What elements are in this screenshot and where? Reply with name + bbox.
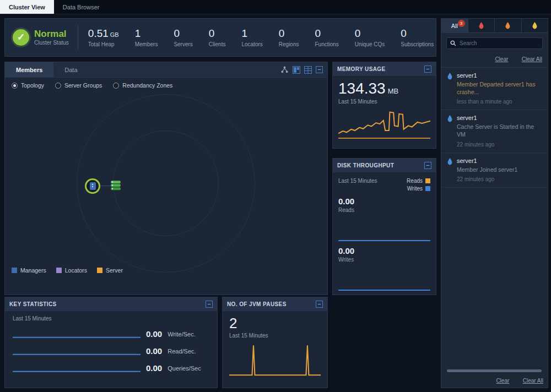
- collapse-memory-icon[interactable]: [424, 66, 431, 73]
- memory-period: Last 15 Minutes: [338, 99, 430, 105]
- disk-reads-sparkline: [338, 215, 430, 242]
- legend-managers: Managers: [12, 267, 46, 274]
- jvm-pauses-value: 2: [229, 315, 321, 331]
- stat-value: 0: [174, 28, 180, 39]
- tab-cluster-view[interactable]: Cluster View: [0, 0, 54, 14]
- radio-icon[interactable]: [113, 83, 119, 89]
- topology-view-options: Topology Server Groups Redundancy Zones: [5, 78, 327, 93]
- alert-server: server1: [457, 72, 542, 79]
- tab-data-browser[interactable]: Data Browser: [54, 0, 109, 14]
- keystat-row-queries: 0.00 Queries/Sec: [13, 363, 209, 373]
- keystat-row-writes: 0.00 Write/Sec.: [13, 329, 209, 339]
- jvm-pauses-panel: NO. OF JVM PAUSES 2 Last 15 Minutes: [222, 297, 328, 388]
- disk-period: Last 15 Minutes: [338, 178, 377, 184]
- key-statistics-header: KEY STATISTICS: [5, 297, 217, 311]
- stat-unit: GB: [110, 31, 119, 38]
- alert-tab-error[interactable]: [495, 19, 522, 32]
- topology-canvas: Managers Locators Server: [5, 92, 327, 278]
- alert-flame-icon: [447, 115, 453, 122]
- stat-value: 0.51: [88, 28, 109, 39]
- disk-throughput-panel: DISK THROUGHPUT Last 15 Minutes Reads Wr…: [332, 158, 436, 295]
- stat-members: 1 Members: [135, 28, 158, 47]
- stat-locators: 1 Locators: [241, 28, 262, 47]
- stat-servers: 0 Servers: [174, 28, 192, 47]
- alert-tab-warning[interactable]: [522, 19, 548, 32]
- keystat-value: 0.00: [146, 363, 162, 373]
- legend-label: Writes: [407, 186, 423, 192]
- view-option-server-groups[interactable]: Server Groups: [55, 82, 102, 89]
- alert-server: server1: [457, 115, 542, 121]
- cluster-status-value: Normal: [34, 29, 69, 39]
- view-option-topology[interactable]: Topology: [12, 82, 44, 89]
- stat-value: 0: [279, 28, 285, 39]
- managers-swatch: [12, 268, 17, 273]
- collapse-keystats-icon[interactable]: [206, 301, 213, 308]
- queries-per-sec-sparkline: [13, 364, 141, 373]
- topology-legend: Managers Locators Server: [12, 267, 123, 274]
- stat-regions: 0 Regions: [279, 28, 299, 47]
- reads-per-sec-sparkline: [13, 347, 141, 356]
- disk-writes-value: 0.00: [338, 246, 430, 255]
- alert-tab-all[interactable]: All 3: [441, 19, 468, 32]
- memory-usage-panel: MEMORY USAGE 134.33MB Last 15 Minutes: [332, 62, 436, 149]
- alert-time: 22 minutes ago: [457, 141, 542, 148]
- server-swatch: [97, 268, 102, 273]
- locator-node[interactable]: [85, 178, 100, 194]
- collapse-members-icon[interactable]: [316, 66, 323, 73]
- stat-label: Locators: [241, 41, 262, 47]
- tab-members[interactable]: Members: [5, 62, 53, 77]
- radio-icon[interactable]: [55, 83, 61, 89]
- severe-flame-icon: [478, 22, 484, 29]
- clear-link-bottom[interactable]: Clear: [496, 378, 509, 384]
- treemap-view-icon[interactable]: [293, 66, 300, 74]
- clear-all-link[interactable]: Clear All: [522, 56, 542, 62]
- cluster-status: ✓ Normal Cluster Status: [5, 29, 69, 46]
- tab-data[interactable]: Data: [53, 62, 88, 77]
- writes-swatch: [425, 186, 430, 191]
- legend-reads: Reads: [407, 178, 430, 184]
- alert-search-box: [446, 37, 543, 49]
- stat-functions: 0 Functions: [315, 28, 338, 47]
- alert-search-row: [441, 33, 548, 52]
- members-tab-bar: Members Data: [5, 62, 327, 78]
- keystat-label: Read/Sec.: [168, 348, 196, 355]
- alert-message: Cache Server is Started in the VM: [457, 123, 542, 138]
- legend-label: Reads: [407, 178, 423, 184]
- alert-tab-severe[interactable]: [468, 19, 495, 32]
- panel-title: KEY STATISTICS: [9, 301, 57, 307]
- server-node[interactable]: [110, 179, 122, 192]
- cluster-stats: 0.51GB Total Heap 1 Members 0 Servers 0 …: [88, 28, 434, 47]
- collapse-jvm-icon[interactable]: [316, 301, 323, 308]
- clear-link[interactable]: Clear: [495, 56, 508, 62]
- disk-writes-sparkline: [338, 265, 430, 291]
- warning-flame-icon: [532, 22, 538, 29]
- cluster-status-strip: ✓ Normal Cluster Status 0.51GB Total Hea…: [4, 18, 436, 57]
- alert-tab-all-label: All: [451, 23, 458, 29]
- alert-item[interactable]: server1 Member Departed server1 has cras…: [441, 68, 548, 110]
- collapse-disk-icon[interactable]: [424, 162, 431, 169]
- members-panel: Members Data Topo: [4, 62, 328, 295]
- memory-usage-header: MEMORY USAGE: [333, 62, 436, 76]
- alert-item[interactable]: server1 Cache Server is Started in the V…: [441, 110, 548, 153]
- clear-all-link-bottom[interactable]: Clear All: [523, 378, 543, 384]
- alert-item[interactable]: server1 Member Joined server1 22 minutes…: [441, 153, 548, 188]
- alert-server: server1: [457, 157, 542, 164]
- grid-view-icon[interactable]: [304, 66, 312, 74]
- radio-icon[interactable]: [12, 83, 18, 89]
- legend-label: Managers: [20, 267, 46, 274]
- jvm-period: Last 15 Minutes: [229, 333, 321, 339]
- stat-value: 0: [401, 28, 407, 39]
- jvm-pauses-header: NO. OF JVM PAUSES: [223, 297, 327, 311]
- alert-scrollbar[interactable]: [447, 369, 542, 372]
- view-option-label: Topology: [21, 82, 44, 89]
- key-statistics-panel: KEY STATISTICS Last 15 Minutes 0.00 Writ…: [4, 297, 218, 388]
- disk-throughput-header: DISK THROUGHPUT: [333, 159, 436, 172]
- alert-search-input[interactable]: [460, 40, 539, 46]
- legend-locators: Locators: [56, 267, 87, 274]
- topology-view-icon[interactable]: [280, 66, 289, 74]
- view-option-redundancy-zones[interactable]: Redundancy Zones: [113, 82, 172, 89]
- stat-subscriptions: 0 Subscriptions: [401, 28, 434, 47]
- disk-legend: Reads Writes: [407, 178, 430, 193]
- reads-swatch: [425, 178, 430, 183]
- locators-swatch: [56, 268, 62, 273]
